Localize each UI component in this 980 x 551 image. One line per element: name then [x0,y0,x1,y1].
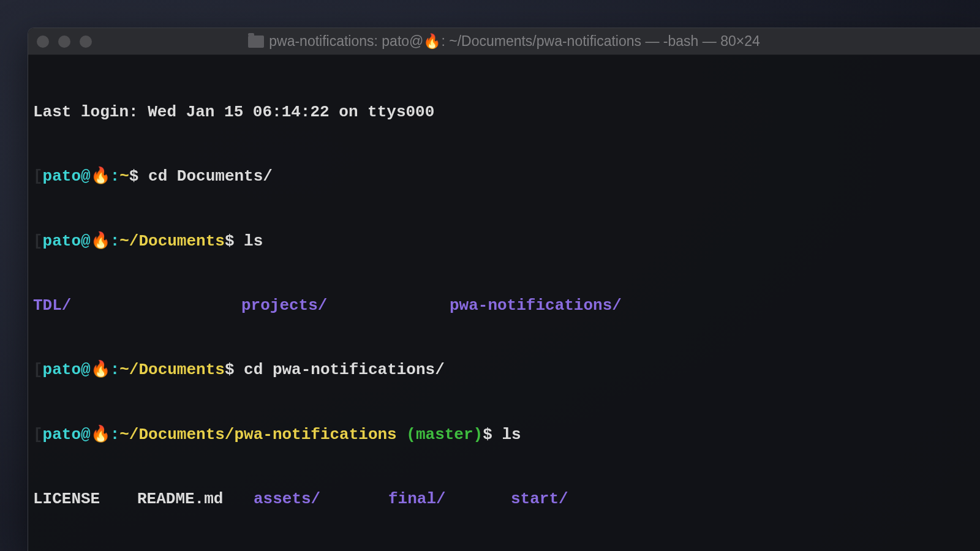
ls-output-1: TDL/projects/pwa-notifications/ [33,295,975,317]
ls-item: LICENSE [33,489,137,510]
prompt-emoji: 🔥 [91,232,110,250]
close-button[interactable] [37,36,49,48]
prompt-emoji: 🔥 [91,425,110,444]
prompt-sep: : [110,232,120,250]
prompt-emoji: 🔥 [91,167,110,186]
bracket-open: [ [33,167,43,186]
prompt-sep: : [110,425,120,444]
titlebar[interactable]: pwa-notifications: pato@🔥: ~/Documents/p… [28,28,980,55]
prompt-user: pato@ [43,425,91,444]
cmd-cd-pwa: cd pwa-notifications/ [244,361,445,379]
ls-item: README.md [137,489,254,510]
traffic-lights [37,36,92,48]
cmd-ls: ls [244,232,263,250]
minimize-button[interactable] [58,36,70,48]
ls-output-2: LICENSEREADME.mdassets/final/start/ [33,489,975,510]
title-emoji: 🔥 [423,33,441,49]
bracket-open: [ [33,425,43,444]
prompt-emoji: 🔥 [91,361,110,379]
prompt-dollar: $ [225,361,244,379]
bracket-open: [ [33,361,43,379]
title-suffix: : ~/Documents/pwa-notifications — -bash … [441,33,760,49]
ls-item: TDL/ [33,295,241,317]
terminal-output[interactable]: Last login: Wed Jan 15 06:14:22 on ttys0… [28,55,980,551]
prompt-sep: : [110,361,120,379]
prompt-line-2: [pato@🔥:~/Documents$ ls [33,231,975,252]
prompt-user: pato@ [43,232,91,250]
prompt-dollar: $ [225,232,244,250]
ls-item: projects/ [241,295,450,317]
prompt-line-4: [pato@🔥:~/Documents/pwa-notifications (m… [33,424,975,446]
prompt-line-1: [pato@🔥:~$ cd Documents/ [33,166,975,187]
prompt-dollar: $ [483,425,502,444]
cmd-ls-2: ls [502,425,521,444]
ls-item: start/ [511,489,568,510]
prompt-path: ~ [119,167,129,186]
ls-item: pwa-notifications/ [450,295,622,317]
cmd-cd-documents: cd Documents/ [148,167,273,186]
window-title: pwa-notifications: pato@🔥: ~/Documents/p… [28,33,980,50]
terminal-window: pwa-notifications: pato@🔥: ~/Documents/p… [28,28,980,551]
prompt-sep: : [110,167,120,186]
prompt-path: ~/Documents/pwa-notifications [119,425,396,444]
last-login-line: Last login: Wed Jan 15 06:14:22 on ttys0… [33,102,975,123]
title-prefix: pwa-notifications: pato@ [269,33,423,49]
prompt-branch: (master) [397,425,483,444]
prompt-user: pato@ [43,361,91,379]
prompt-path: ~/Documents [119,232,225,250]
prompt-line-3: [pato@🔥:~/Documents$ cd pwa-notification… [33,359,975,381]
prompt-user: pato@ [43,167,91,186]
prompt-path: ~/Documents [119,361,225,379]
zoom-button[interactable] [80,36,92,48]
bracket-open: [ [33,232,43,250]
prompt-dollar: $ [129,167,148,186]
folder-icon [248,36,264,48]
ls-item: assets/ [254,489,388,510]
ls-item: final/ [388,489,511,510]
